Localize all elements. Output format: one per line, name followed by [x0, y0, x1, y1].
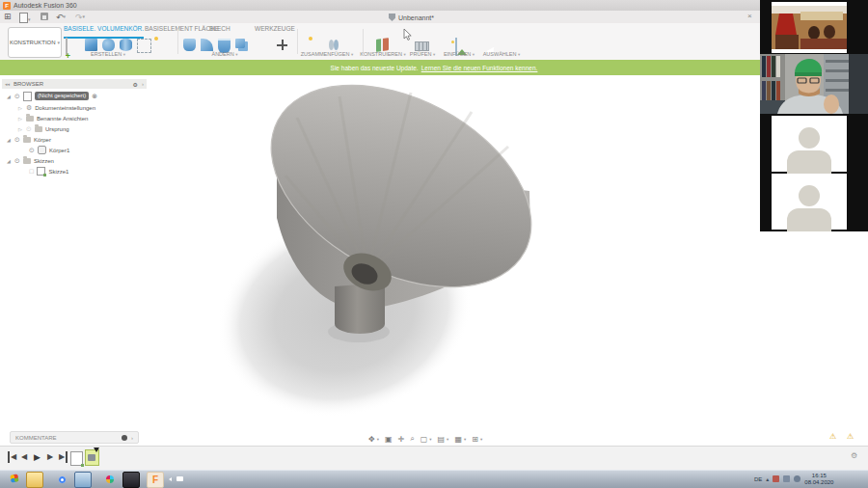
zoom-window-dropdown-icon[interactable]: ▾ — [429, 437, 431, 442]
taskbar-app-icon[interactable] — [122, 472, 140, 488]
visibility-eye-icon[interactable]: ⊙ — [14, 157, 20, 164]
cylinder-icon[interactable] — [120, 39, 132, 51]
comments-panel-bar[interactable]: KOMMENTARE › — [10, 431, 139, 444]
group-modify[interactable]: ÄNDERN ▾ — [197, 51, 253, 57]
document-tab[interactable]: Unbenannt* — [389, 12, 434, 23]
video-tile-speaker[interactable] — [760, 54, 868, 114]
document-tab-close-button[interactable]: × — [747, 12, 752, 20]
tree-item-origin[interactable]: ▷ ⊙ Ursprung — [17, 123, 69, 134]
viewport-funnel-model[interactable] — [193, 77, 579, 434]
pattern-icon[interactable] — [137, 39, 151, 53]
tab-sheetmetal[interactable]: BLECH — [209, 25, 231, 36]
document-icon — [23, 92, 32, 101]
comments-circle-icon[interactable] — [122, 435, 127, 441]
timeline-skip-start-button[interactable]: ◀ — [8, 451, 16, 463]
create-sketch-icon[interactable] — [66, 38, 68, 56]
taskbar-fusion-icon[interactable]: F — [147, 472, 164, 488]
undo-button[interactable]: ↶▾ — [56, 12, 66, 23]
viewports-icon[interactable]: ⊞ — [472, 435, 478, 444]
timeline-revolve-feature-selected[interactable] — [85, 449, 99, 466]
browser-collapse-icon[interactable]: ◂◂ — [5, 81, 10, 87]
video-tile-participant[interactable] — [772, 174, 847, 230]
group-create[interactable]: ERSTELLEN ▾ — [77, 51, 139, 57]
browser-header[interactable]: ◂◂ BROWSER ⚙ › — [2, 79, 147, 89]
expand-open-icon[interactable]: ◢ — [6, 94, 12, 99]
remove-icon[interactable]: ⊗ — [92, 93, 97, 100]
video-tile-participant[interactable] — [772, 116, 847, 172]
tab-surface[interactable]: BASISELEMENT FLÄCHE — [145, 25, 219, 36]
taskbar-remote-desktop-icon[interactable] — [74, 472, 92, 488]
timeline-step-forward-button[interactable]: ▶ — [47, 451, 53, 463]
visibility-eye-icon[interactable]: ⊙ — [29, 147, 35, 153]
tree-item-bodies[interactable]: ◢ ⊙ Körper — [6, 134, 51, 145]
timeline-gear-icon[interactable]: ⚙ — [851, 451, 857, 460]
look-at-icon[interactable]: ▣ — [385, 435, 393, 444]
expand-open-icon[interactable]: ◢ — [6, 137, 12, 143]
combine-icon[interactable] — [235, 39, 245, 48]
construct-plane-icon[interactable] — [376, 38, 389, 52]
tree-item-sketches[interactable]: ◢ ⊙ Skizzen — [6, 155, 54, 166]
visibility-eye-icon[interactable]: ⊙ — [14, 93, 20, 99]
box-icon[interactable] — [85, 39, 97, 51]
tree-item-sketch1[interactable]: ☐ Skizze1 — [29, 166, 68, 176]
group-inspect[interactable]: PRÜFEN ▾ — [403, 51, 442, 57]
press-pull-icon[interactable] — [183, 39, 196, 51]
workspace-selector-button[interactable]: KONSTRUKTION ▾ — [8, 27, 62, 58]
tree-item-document[interactable]: ◢ ⊙ (Nicht gespeichert) ⊗ — [6, 91, 97, 101]
visibility-eye-icon[interactable]: ⊙ — [14, 136, 20, 143]
move-icon[interactable] — [276, 39, 288, 51]
revolve-icon[interactable] — [102, 39, 115, 51]
tree-item-document-settings[interactable]: ▷ ⚙ Dokumenteinstellungen — [17, 102, 95, 113]
comments-chevron-icon[interactable]: › — [131, 435, 133, 441]
language-indicator[interactable]: DE — [754, 476, 762, 482]
group-select[interactable]: AUSWÄHLEN ▾ — [476, 51, 527, 57]
tab-tools[interactable]: WERKZEUGE — [255, 25, 295, 36]
warning-icon[interactable]: ⚠ — [829, 432, 836, 441]
redo-icon: ↷ — [75, 13, 83, 22]
folder-icon — [23, 158, 31, 164]
timeline-play-button[interactable]: ▶ — [34, 451, 41, 463]
browser-chevron-icon[interactable]: › — [142, 81, 144, 87]
grid-dropdown-icon[interactable]: ▾ — [464, 437, 466, 442]
grid-settings-icon[interactable]: ▦ — [454, 435, 462, 444]
zoom-window-icon[interactable]: ▢ — [420, 435, 428, 444]
display-settings-icon[interactable]: ▤ — [438, 435, 446, 444]
display-dropdown-icon[interactable]: ▾ — [447, 437, 448, 442]
visibility-eye-icon[interactable]: ⊙ — [26, 125, 32, 132]
update-banner-link[interactable]: Lernen Sie die neuen Funktionen kennen. — [421, 65, 538, 71]
measure-icon[interactable] — [415, 41, 429, 51]
video-tile-room[interactable] — [772, 2, 847, 53]
tree-item-named-views[interactable]: ▷ Benannte Ansichten — [17, 113, 88, 123]
expand-closed-icon[interactable]: ▷ — [17, 105, 23, 111]
save-button[interactable] — [41, 13, 48, 23]
timeline-skip-end-button[interactable]: ▶ — [59, 451, 68, 463]
quick-access-toolbar — [0, 11, 868, 24]
update-banner-text: Sie haben das neueste Update. — [331, 65, 419, 71]
tray-volume-icon[interactable] — [794, 475, 800, 482]
zoom-icon[interactable]: ⌕ — [410, 434, 414, 444]
pan-hand-icon[interactable]: ✛ — [398, 435, 405, 444]
group-assemble[interactable]: ZUSAMMENFÜGEN ▾ — [295, 51, 359, 57]
expand-closed-icon[interactable]: ▷ — [17, 116, 23, 122]
browser-gear-icon[interactable]: ⚙ — [133, 81, 138, 88]
tray-action-center-icon[interactable] — [773, 475, 779, 482]
avatar — [799, 127, 820, 149]
tree-item-body1[interactable]: ⊙ Körper1 — [29, 145, 69, 155]
redo-button[interactable]: ↷▾ — [75, 12, 85, 23]
taskbar-explorer-icon[interactable] — [26, 472, 43, 488]
expand-open-icon[interactable]: ◢ — [6, 158, 12, 164]
data-panel-grid-icon[interactable]: ⊞ — [4, 12, 12, 22]
tray-network-icon[interactable] — [783, 475, 790, 482]
warning-icon[interactable]: ⚠ — [847, 432, 854, 441]
timeline-sketch-feature[interactable] — [70, 451, 83, 466]
fit-view-icon[interactable]: ✥ — [368, 435, 375, 444]
tray-expand-icon[interactable]: ▴ — [766, 475, 769, 482]
viewports-dropdown-icon[interactable]: ▾ — [480, 437, 482, 442]
checkbox-icon[interactable]: ☐ — [29, 168, 34, 175]
group-insert[interactable]: EINFÜGEN ▾ — [438, 51, 480, 57]
tab-solid[interactable]: BASISELE. VOLUMENKÖR. — [64, 25, 144, 39]
timeline-step-back-button[interactable]: ◀ — [21, 451, 27, 463]
fit-dropdown-icon[interactable]: ▾ — [377, 437, 379, 442]
taskbar-clock[interactable]: 16:15 08.04.2020 — [804, 473, 833, 486]
expand-closed-icon[interactable]: ▷ — [17, 126, 23, 132]
